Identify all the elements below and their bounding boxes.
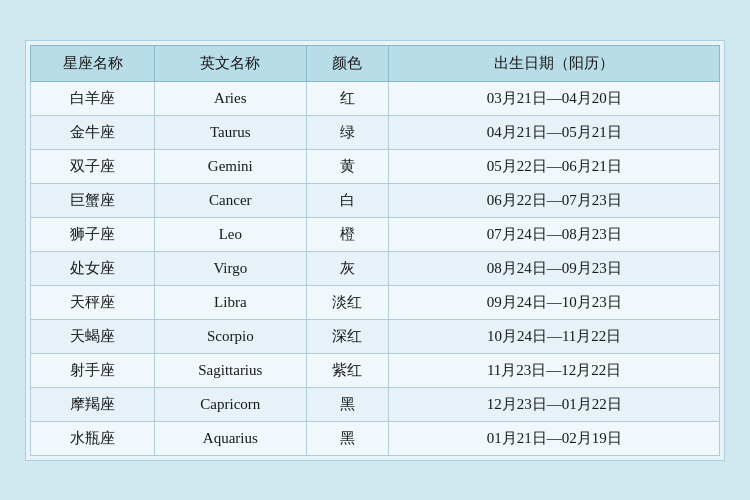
cell-color: 橙 — [306, 217, 389, 251]
cell-english-name: Aquarius — [155, 421, 307, 455]
cell-chinese-name: 双子座 — [31, 149, 155, 183]
cell-color: 灰 — [306, 251, 389, 285]
cell-color: 黄 — [306, 149, 389, 183]
table-row: 金牛座Taurus绿04月21日—05月21日 — [31, 115, 720, 149]
cell-date: 12月23日—01月22日 — [389, 387, 720, 421]
cell-color: 白 — [306, 183, 389, 217]
cell-english-name: Cancer — [155, 183, 307, 217]
cell-chinese-name: 巨蟹座 — [31, 183, 155, 217]
cell-chinese-name: 金牛座 — [31, 115, 155, 149]
table-row: 水瓶座Aquarius黑01月21日—02月19日 — [31, 421, 720, 455]
cell-date: 10月24日—11月22日 — [389, 319, 720, 353]
cell-english-name: Leo — [155, 217, 307, 251]
header-color: 颜色 — [306, 45, 389, 81]
table-body: 白羊座Aries红03月21日—04月20日金牛座Taurus绿04月21日—0… — [31, 81, 720, 455]
cell-date: 06月22日—07月23日 — [389, 183, 720, 217]
table-row: 白羊座Aries红03月21日—04月20日 — [31, 81, 720, 115]
cell-english-name: Capricorn — [155, 387, 307, 421]
cell-english-name: Libra — [155, 285, 307, 319]
cell-english-name: Aries — [155, 81, 307, 115]
cell-english-name: Scorpio — [155, 319, 307, 353]
cell-date: 05月22日—06月21日 — [389, 149, 720, 183]
table-header-row: 星座名称 英文名称 颜色 出生日期（阳历） — [31, 45, 720, 81]
cell-chinese-name: 天秤座 — [31, 285, 155, 319]
cell-color: 红 — [306, 81, 389, 115]
cell-date: 09月24日—10月23日 — [389, 285, 720, 319]
cell-color: 深红 — [306, 319, 389, 353]
cell-chinese-name: 狮子座 — [31, 217, 155, 251]
cell-english-name: Virgo — [155, 251, 307, 285]
cell-color: 绿 — [306, 115, 389, 149]
cell-date: 07月24日—08月23日 — [389, 217, 720, 251]
table-row: 处女座Virgo灰08月24日—09月23日 — [31, 251, 720, 285]
cell-date: 11月23日—12月22日 — [389, 353, 720, 387]
cell-chinese-name: 处女座 — [31, 251, 155, 285]
table-row: 巨蟹座Cancer白06月22日—07月23日 — [31, 183, 720, 217]
table-row: 双子座Gemini黄05月22日—06月21日 — [31, 149, 720, 183]
cell-chinese-name: 水瓶座 — [31, 421, 155, 455]
cell-english-name: Gemini — [155, 149, 307, 183]
cell-english-name: Taurus — [155, 115, 307, 149]
zodiac-table-container: 星座名称 英文名称 颜色 出生日期（阳历） 白羊座Aries红03月21日—04… — [25, 40, 725, 461]
cell-chinese-name: 射手座 — [31, 353, 155, 387]
cell-color: 黑 — [306, 421, 389, 455]
table-row: 射手座Sagittarius紫红11月23日—12月22日 — [31, 353, 720, 387]
cell-date: 01月21日—02月19日 — [389, 421, 720, 455]
cell-color: 淡红 — [306, 285, 389, 319]
table-row: 摩羯座Capricorn黑12月23日—01月22日 — [31, 387, 720, 421]
cell-color: 紫红 — [306, 353, 389, 387]
header-english-name: 英文名称 — [155, 45, 307, 81]
cell-english-name: Sagittarius — [155, 353, 307, 387]
header-date: 出生日期（阳历） — [389, 45, 720, 81]
cell-date: 03月21日—04月20日 — [389, 81, 720, 115]
table-row: 天秤座Libra淡红09月24日—10月23日 — [31, 285, 720, 319]
table-row: 狮子座Leo橙07月24日—08月23日 — [31, 217, 720, 251]
cell-date: 08月24日—09月23日 — [389, 251, 720, 285]
cell-chinese-name: 摩羯座 — [31, 387, 155, 421]
cell-date: 04月21日—05月21日 — [389, 115, 720, 149]
cell-chinese-name: 天蝎座 — [31, 319, 155, 353]
cell-color: 黑 — [306, 387, 389, 421]
zodiac-table: 星座名称 英文名称 颜色 出生日期（阳历） 白羊座Aries红03月21日—04… — [30, 45, 720, 456]
cell-chinese-name: 白羊座 — [31, 81, 155, 115]
header-chinese-name: 星座名称 — [31, 45, 155, 81]
table-row: 天蝎座Scorpio深红10月24日—11月22日 — [31, 319, 720, 353]
